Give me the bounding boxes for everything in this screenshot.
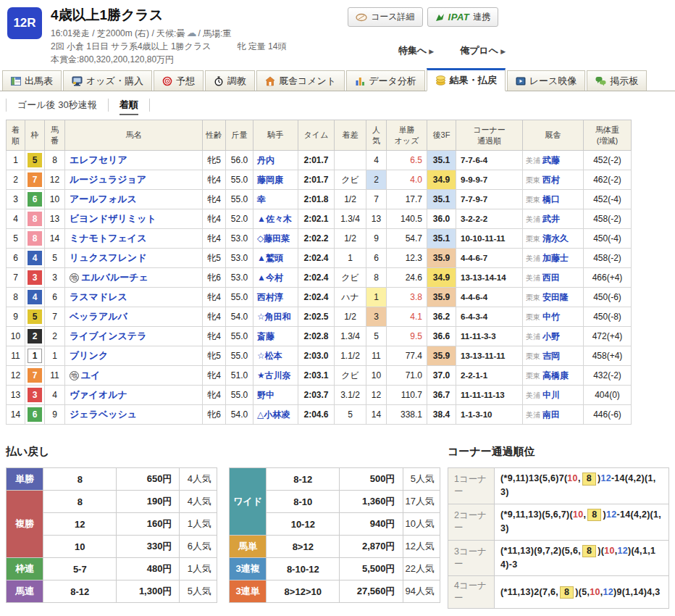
trainer-link[interactable]: 南田 — [542, 409, 560, 420]
frame-badge: 7 — [28, 368, 42, 383]
corner-seq-segment: 12 — [600, 473, 611, 483]
finish-time: 2:03.1 — [298, 366, 335, 386]
jockey-link[interactable]: 幸 — [257, 194, 266, 204]
col-jockey: 騎手 — [253, 120, 298, 151]
payout-popularity: 94人気 — [403, 580, 440, 603]
margin: 1/2 — [335, 307, 366, 327]
tab-board[interactable]: 掲示板 — [587, 70, 647, 91]
horse-name-link[interactable]: ジェラベッシュ — [70, 409, 137, 420]
horse-name-link[interactable]: アールフォルス — [70, 193, 137, 204]
trainer-link[interactable]: 西田 — [542, 272, 560, 283]
jockey-link[interactable]: 斎藤 — [257, 331, 274, 341]
jockey-cell: 野中 — [253, 386, 298, 405]
trainer-link[interactable]: 高橋康 — [542, 370, 569, 380]
jockey-link[interactable]: ▲佐々木 — [257, 214, 292, 224]
corner-passing-order: 11-11-3-3 — [456, 327, 523, 346]
corner-seq-segment: (*9,11)13(5,6)7( — [500, 473, 567, 483]
horse-name-link[interactable]: リュクスフレンド — [70, 252, 146, 263]
horse-name-link[interactable]: エレフセリア — [70, 154, 127, 165]
jockey-link[interactable]: ★古川奈 — [257, 370, 291, 380]
stable-cell: 栗東中竹 — [523, 307, 584, 327]
tab-race-video[interactable]: レース映像 — [507, 70, 586, 91]
stable-cell: 美浦西田 — [523, 268, 584, 288]
trainer-link[interactable]: 吉岡 — [542, 351, 560, 361]
stable-cell: 美浦武藤 — [523, 151, 584, 170]
trainer-link[interactable]: 中川 — [542, 390, 560, 400]
horse-name-link[interactable]: ルージュラジョア — [70, 174, 146, 185]
trainer-link[interactable]: 武井 — [542, 214, 560, 224]
margin: 1/2 — [335, 190, 366, 209]
tab-label: オッズ・購入 — [86, 75, 143, 88]
data-analysis-icon — [355, 76, 365, 86]
trainer-link[interactable]: 中竹 — [542, 312, 560, 322]
horse-number: 4 — [45, 386, 65, 405]
special-feature-link[interactable]: 特集へ▶ — [398, 44, 434, 57]
sex-age: 牝5 — [203, 151, 226, 170]
tab-label: 調教 — [227, 75, 246, 88]
ipat-link-button[interactable]: IPAT 連携 — [427, 7, 499, 27]
finish-time: 2:02.4 — [298, 268, 335, 288]
sex-age: 牝5 — [203, 346, 226, 366]
horse-name-link[interactable]: ブリンク — [70, 350, 108, 361]
win-odds: 4.0 — [387, 170, 427, 190]
horse-name-link[interactable]: ラスマドレス — [70, 291, 127, 302]
horse-name-link[interactable]: ミナモトフェイス — [70, 233, 146, 244]
tab-odds[interactable]: オッズ・購入 — [63, 70, 152, 91]
frame-badge: 3 — [28, 270, 42, 285]
jockey-link[interactable]: 藤岡康 — [257, 175, 283, 185]
payout-combination: 8 — [43, 468, 117, 491]
jockey-link[interactable]: ▲鷲頭 — [257, 253, 283, 263]
horse-name-link[interactable]: ベッラアルバ — [70, 311, 127, 322]
finish-time: 2:03.0 — [298, 346, 335, 366]
jockey-link[interactable]: ◇藤田菜 — [257, 233, 290, 244]
orepro-link[interactable]: 俺プロへ▶ — [460, 44, 506, 57]
tab-yoso[interactable]: 予想 — [154, 70, 204, 91]
jockey-link[interactable]: △小林凌 — [257, 409, 290, 420]
tab-data-analysis[interactable]: データ分析 — [346, 70, 425, 91]
carried-weight: 53.0 — [226, 229, 253, 249]
payout-table-left: 単勝8650円4人気複勝8190円4人気12160円1人気10330円6人気枠連… — [6, 467, 217, 603]
horse-name-link[interactable]: ユイ — [81, 370, 101, 380]
trainer-link[interactable]: 小野 — [542, 331, 560, 341]
win-odds: 54.7 — [387, 229, 427, 249]
tab-shutsuba[interactable]: 出馬表 — [2, 70, 62, 91]
horse-name-link[interactable]: エルバルーチェ — [81, 272, 148, 283]
col-time: タイム — [298, 120, 335, 151]
jockey-link[interactable]: 西村淳 — [257, 292, 283, 302]
trainer-link[interactable]: 加藤士 — [542, 253, 569, 263]
trainer-link[interactable]: 清水久 — [542, 233, 569, 244]
jockey-link[interactable]: 丹内 — [257, 155, 274, 165]
horse-name-link[interactable]: ヴァイオルナ — [70, 389, 127, 400]
trainer-link[interactable]: 武藤 — [542, 155, 560, 165]
tab-stable-comment[interactable]: 厩舎コメント — [256, 70, 345, 91]
horse-name-link[interactable]: ビヨンドザリミット — [70, 213, 156, 224]
stable-cell: 栗東西村 — [523, 170, 584, 190]
jockey-link[interactable]: ☆松本 — [257, 351, 282, 361]
popularity: 6 — [366, 249, 387, 268]
finish-position: 5 — [7, 229, 25, 249]
trainer-link[interactable]: 橋口 — [542, 194, 560, 204]
jockey-link[interactable]: ▲今村 — [257, 272, 283, 283]
tab-result-payout[interactable]: 結果・払戻 — [427, 68, 506, 91]
corner-passing-order: 4-4-6-7 — [456, 249, 523, 268]
results-header: 着 順 枠 馬 番 馬名 性齢 斤量 騎手 タイム 着差 人 気 単勝 オッズ … — [7, 120, 632, 151]
finish-time: 2:01.7 — [298, 151, 335, 170]
jockey-link[interactable]: 野中 — [257, 390, 274, 400]
subnav-goal-flash[interactable]: ゴール後 30秒速報 — [6, 99, 108, 112]
course-detail-button[interactable]: コース詳細 — [348, 7, 423, 27]
horse-name-link[interactable]: ライブインステラ — [70, 330, 146, 341]
stable-cell: 栗東高橋康 — [523, 366, 584, 386]
trainer-link[interactable]: 西村 — [542, 175, 560, 185]
corner-passing-order: 1-1-3-10 — [456, 405, 523, 425]
frame-badge: 1 — [28, 349, 42, 363]
last-3f-time: 34.9 — [427, 268, 456, 288]
subnav-finish-order[interactable]: 着順 — [108, 99, 150, 112]
last-3f-time: 36.0 — [427, 209, 456, 229]
corner-seq-segment: 10 — [604, 546, 615, 556]
trainer-link[interactable]: 安田隆 — [542, 292, 569, 302]
jockey-cell: 西村淳 — [253, 288, 298, 307]
tab-training[interactable]: 調教 — [205, 70, 255, 91]
frame-badge: 5 — [28, 309, 42, 324]
jockey-link[interactable]: ☆角田和 — [257, 312, 291, 322]
training-center-label: 美浦 — [526, 157, 540, 165]
